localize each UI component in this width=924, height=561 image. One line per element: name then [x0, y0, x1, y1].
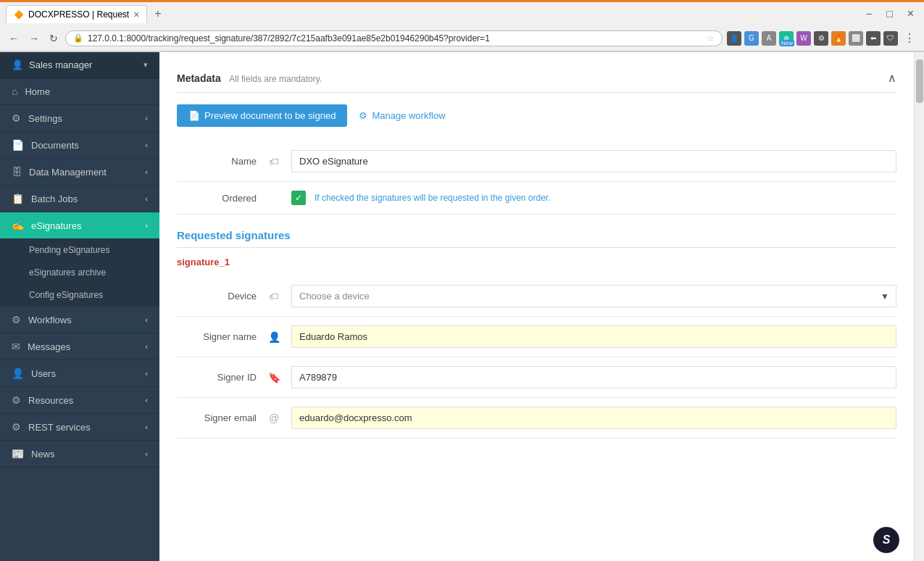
signer-id-row: Signer ID 🔖: [177, 357, 896, 398]
sidebar-item-resources[interactable]: ⚙ Resources ‹: [0, 387, 159, 414]
sidebar-subitem-config[interactable]: Config eSignatures: [0, 284, 159, 307]
sidebar-item-messages-label: Messages: [28, 341, 70, 352]
sidebar-item-data-management-label: Data Management: [29, 167, 107, 178]
esignatures-archive-label: eSignatures archive: [29, 267, 106, 278]
scrollbar-thumb[interactable]: [916, 59, 923, 103]
config-esignatures-label: Config eSignatures: [29, 290, 103, 300]
sidebar-item-settings[interactable]: ⚙ Settings ‹: [0, 105, 159, 132]
sidebar-item-home[interactable]: ⌂ Home: [0, 78, 159, 105]
metadata-title-area: Metadata All fields are mandatory.: [177, 72, 322, 84]
sidebar-item-messages[interactable]: ✉ Messages ‹: [0, 333, 159, 360]
messages-icon: ✉: [12, 341, 20, 352]
ext-new[interactable]: New ⊕: [779, 31, 794, 46]
close-tab-button[interactable]: ×: [133, 9, 139, 20]
new-tab-button[interactable]: +: [149, 4, 167, 23]
name-row: Name 🏷: [177, 141, 896, 182]
sidebar-user-label: Sales manager: [29, 59, 92, 70]
active-tab[interactable]: 🔶 DOCXPRESSO | Request ×: [6, 5, 147, 23]
content-area: Metadata All fields are mandatory. ∧ 📄 P…: [159, 52, 914, 450]
ext-a[interactable]: A: [762, 31, 776, 46]
sidebar-item-users[interactable]: 👤 Users ‹: [0, 360, 159, 387]
sidebar-item-esignatures[interactable]: ✍ eSignatures ›: [0, 212, 159, 239]
sidebar-item-workflows-label: Workflows: [28, 315, 72, 325]
signer-id-label: Signer ID: [177, 372, 257, 383]
maximize-button[interactable]: □: [882, 7, 896, 21]
sidebar-item-rest-services-label: REST services: [28, 422, 91, 433]
manage-workflow-button[interactable]: ⚙ Manage workflow: [359, 110, 445, 121]
metadata-subtitle: All fields are mandatory.: [229, 74, 322, 84]
ext-gear[interactable]: ⚙: [814, 31, 828, 46]
users-chevron: ‹: [145, 369, 148, 378]
signer-id-input[interactable]: [291, 366, 896, 388]
preview-document-button[interactable]: 📄 Preview document to be signed: [177, 104, 347, 127]
device-row: Device 🏷 Choose a device ▼: [177, 276, 896, 317]
batch-jobs-icon: 📋: [12, 193, 24, 204]
ext-square[interactable]: ⬜: [849, 31, 863, 46]
data-management-chevron: ‹: [145, 167, 148, 176]
sidebar-item-news[interactable]: 📰 News ‹: [0, 441, 159, 467]
minimize-button[interactable]: −: [862, 7, 876, 21]
esignatures-chevron: ›: [145, 221, 148, 230]
browser-extensions: 👤 G A New ⊕ W ⚙ 🔥 ⬜ ⬅ 🛡 ⋮: [727, 30, 918, 46]
name-tag-icon: 🏷: [265, 156, 283, 167]
signatures-section: Requested signatures signature_1 Device …: [177, 229, 896, 439]
sidebar-item-rest-services[interactable]: ⚙ REST services ‹: [0, 414, 159, 441]
sidebar-item-documents[interactable]: 📄 Documents ‹: [0, 132, 159, 159]
ext-google[interactable]: G: [744, 31, 759, 46]
sidebar-subitem-pending[interactable]: Pending eSignatures: [0, 239, 159, 262]
signer-name-input[interactable]: [291, 325, 896, 348]
name-input[interactable]: [291, 150, 896, 173]
signer-name-label: Signer name: [177, 331, 257, 342]
home-icon: ⌂: [12, 86, 17, 97]
refresh-button[interactable]: ↻: [46, 31, 61, 46]
action-buttons: 📄 Preview document to be signed ⚙ Manage…: [177, 104, 896, 127]
users-icon: 👤: [12, 367, 24, 379]
rest-services-icon: ⚙: [12, 421, 21, 433]
sidebar-item-data-management[interactable]: 🗄 Data Management ‹: [0, 159, 159, 186]
forward-button[interactable]: →: [26, 31, 42, 46]
pending-esignatures-label: Pending eSignatures: [29, 245, 109, 255]
ext-back[interactable]: ⬅: [866, 31, 881, 46]
workflows-icon: ⚙: [12, 314, 21, 325]
data-management-icon: 🗄: [12, 166, 22, 178]
sidebar-item-resources-label: Resources: [28, 395, 73, 406]
workflows-chevron: ‹: [145, 315, 148, 324]
sidebar-user[interactable]: 👤 Sales manager ▾: [0, 52, 159, 78]
ordered-checkbox[interactable]: ✓: [291, 191, 306, 205]
device-select-wrapper: Choose a device ▼: [291, 285, 896, 307]
user-icon[interactable]: 👤: [727, 31, 741, 46]
symfony-icon[interactable]: S: [873, 527, 899, 553]
rest-services-chevron: ‹: [145, 423, 148, 431]
ext-w[interactable]: W: [796, 31, 811, 46]
browser-chrome: 🔶 DOCXPRESSO | Request × + − □ × ← → ↻ 🔒…: [0, 0, 924, 52]
address-bar[interactable]: 🔒 127.0.0.1:8000/tracking/request_signat…: [65, 30, 723, 46]
url-text: 127.0.0.1:8000/tracking/request_signatur…: [88, 33, 490, 43]
sidebar-item-batch-jobs[interactable]: 📋 Batch Jobs ‹: [0, 186, 159, 212]
device-tag-icon: 🏷: [265, 291, 283, 302]
signer-email-input[interactable]: [291, 407, 896, 429]
signature-name: signature_1: [177, 257, 896, 267]
news-chevron: ‹: [145, 449, 148, 458]
browser-menu-button[interactable]: ⋮: [901, 30, 918, 46]
sidebar-subitem-archive[interactable]: eSignatures archive: [0, 262, 159, 284]
browser-titlebar: 🔶 DOCXPRESSO | Request × + − □ ×: [0, 2, 924, 25]
main-content: Metadata All fields are mandatory. ∧ 📄 P…: [159, 52, 914, 561]
signer-email-icon: @: [265, 412, 283, 424]
close-window-button[interactable]: ×: [903, 6, 918, 22]
sidebar-item-workflows[interactable]: ⚙ Workflows ‹: [0, 307, 159, 333]
device-label: Device: [177, 291, 257, 302]
collapse-icon[interactable]: ∧: [888, 71, 896, 85]
signatures-title: Requested signatures: [177, 229, 896, 248]
window-controls: − □ ×: [862, 6, 918, 22]
ext-shield[interactable]: 🛡: [883, 31, 898, 46]
name-label: Name: [177, 156, 257, 167]
scrollbar-track[interactable]: [914, 52, 924, 561]
user-dropdown-icon[interactable]: ▾: [143, 60, 148, 70]
device-select[interactable]: Choose a device: [291, 285, 896, 307]
back-button[interactable]: ←: [6, 31, 22, 46]
ext-fire[interactable]: 🔥: [831, 31, 846, 46]
ordered-label: Ordered: [177, 193, 257, 204]
bookmark-icon[interactable]: ☆: [707, 33, 715, 43]
signer-name-icon: 👤: [265, 331, 283, 343]
manage-workflow-icon: ⚙: [359, 110, 367, 121]
